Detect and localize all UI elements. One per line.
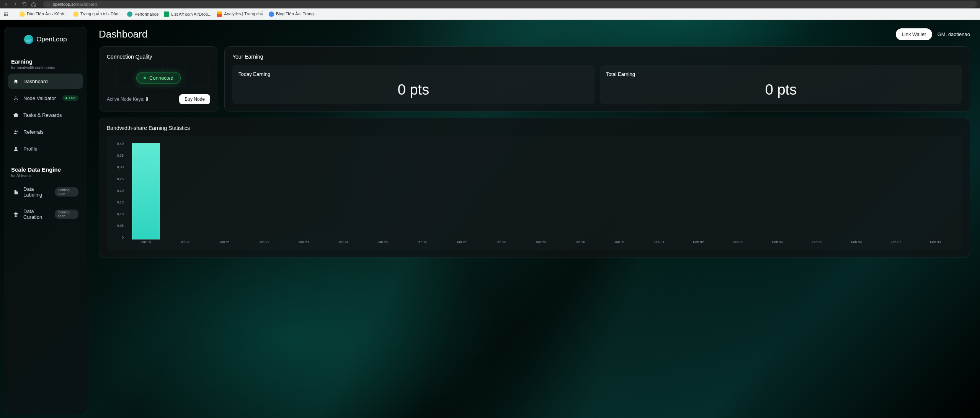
reload-button[interactable]	[21, 1, 28, 7]
sidebar-item-node-validator[interactable]: Node Validator Live	[8, 90, 83, 106]
bookmark-item[interactable]: Blog Tiền Ảo: Trang...	[269, 11, 317, 17]
section-title: Scale Data Engine	[11, 166, 80, 173]
x-tick: Jan 27	[442, 240, 481, 247]
svg-rect-5	[7, 14, 8, 15]
home-button[interactable]	[31, 1, 37, 7]
bookmark-icon	[269, 11, 274, 17]
x-tick: Feb 07	[876, 240, 916, 247]
bandwidth-stats-card: Bandwidth-share Earning Statistics 0,400…	[99, 118, 970, 257]
bookmarks-bar: Đào Tiền Ảo - Kênh...Trang quản trị ‹ Đà…	[0, 8, 980, 20]
y-tick: 0,05	[112, 224, 124, 228]
total-earning-box: Total Earning 0 pts	[600, 65, 962, 104]
bookmark-label: Analytics | Trang chủ	[224, 11, 263, 16]
total-earning-value: 0 pts	[765, 82, 797, 98]
section-subtitle: for bandwidth contributors	[11, 66, 80, 70]
bookmark-label: Trang quản trị ‹ Đào...	[80, 11, 122, 16]
sidebar-item-profile[interactable]: Profile	[8, 141, 83, 156]
back-button[interactable]	[3, 1, 9, 7]
y-tick: 0,30	[112, 165, 124, 169]
bookmark-icon	[20, 11, 25, 17]
bookmark-item[interactable]: Đào Tiền Ảo - Kênh...	[20, 11, 68, 17]
bookmark-label: Blog Tiền Ảo: Trang...	[276, 11, 317, 16]
sidebar-item-data-curation[interactable]: Data Curation Coming soon	[8, 204, 83, 225]
svg-rect-6	[4, 15, 5, 16]
y-tick: 0	[112, 236, 124, 239]
y-tick: 0,10	[112, 212, 124, 216]
gift-icon	[13, 112, 19, 118]
x-tick: Jan 22	[244, 240, 284, 247]
x-tick: Jan 20	[165, 240, 205, 247]
card-title: Connection Quality	[107, 54, 210, 60]
bookmark-item[interactable]: List Aff coin AirDrop...	[164, 11, 211, 17]
users-icon	[13, 129, 19, 135]
logo[interactable]: OpenLoop	[8, 35, 83, 51]
svg-rect-8	[7, 15, 8, 16]
main-content: Dashboard Link Wallet GM, daotienao Conn…	[87, 20, 980, 418]
browser-toolbar: openloop.so/dashboard	[0, 0, 980, 8]
connection-quality-card: Connection Quality Connected Active Node…	[99, 46, 218, 111]
bookmark-icon	[127, 11, 132, 17]
y-tick: 0,40	[112, 142, 124, 146]
bookmark-label: Đào Tiền Ảo - Kênh...	[27, 11, 68, 16]
x-tick: Jan 30	[560, 240, 600, 247]
sidebar: OpenLoop Earning for bandwidth contribut…	[4, 27, 87, 414]
x-tick: Feb 05	[797, 240, 836, 247]
link-wallet-button[interactable]: Link Wallet	[896, 28, 932, 40]
bookmark-label: List Aff coin AirDrop...	[171, 12, 211, 16]
bookmark-item[interactable]: Analytics | Trang chủ	[217, 11, 263, 17]
badge-soon: Coming soon	[55, 210, 78, 219]
sidebar-item-label: Tasks & Rewards	[23, 112, 62, 118]
svg-rect-2	[7, 12, 8, 13]
sidebar-item-dashboard[interactable]: Dashboard	[8, 74, 83, 89]
x-tick: Feb 06	[837, 240, 876, 247]
y-tick: 0,35	[112, 154, 124, 157]
card-title: Bandwidth-share Earning Statistics	[107, 125, 962, 131]
svg-rect-1	[5, 12, 7, 13]
svg-point-14	[15, 147, 17, 149]
svg-point-12	[14, 130, 16, 132]
apps-icon[interactable]	[3, 11, 8, 17]
nodes-icon	[13, 95, 19, 101]
active-node-keys-text: Active Node Keys: 0	[107, 97, 148, 102]
y-tick: 0,20	[112, 189, 124, 193]
x-tick: Jan 25	[363, 240, 402, 247]
site-settings-icon[interactable]	[46, 2, 51, 7]
buy-node-button[interactable]: Buy Node	[179, 94, 210, 104]
earn-label: Today Earning	[238, 71, 588, 77]
earn-label: Total Earning	[606, 71, 956, 77]
card-title: Your Earning	[232, 54, 962, 60]
x-tick: Feb 04	[758, 240, 797, 247]
x-tick: Jan 29	[521, 240, 560, 247]
your-earning-card: Your Earning Today Earning 0 pts Total E…	[224, 46, 970, 111]
sidebar-item-tasks-rewards[interactable]: Tasks & Rewards	[8, 107, 83, 123]
sidebar-item-label: Data Labeling	[23, 186, 50, 198]
bookmark-item[interactable]: Performance	[127, 11, 158, 17]
user-icon	[13, 146, 19, 152]
address-bar[interactable]: openloop.so/dashboard	[43, 1, 977, 8]
svg-rect-0	[4, 12, 5, 13]
svg-rect-7	[5, 15, 7, 16]
y-tick: 0,15	[112, 200, 124, 204]
sidebar-item-label: Node Validator	[23, 95, 56, 101]
sidebar-item-data-labeling[interactable]: Data Labeling Coming soon	[8, 182, 83, 202]
bookmark-icon	[73, 11, 78, 17]
section-earning-head: Earning for bandwidth contributors	[8, 58, 83, 70]
x-tick: Feb 01	[639, 240, 679, 247]
layers-icon	[13, 211, 19, 217]
sidebar-item-label: Data Curation	[23, 208, 50, 220]
tag-icon	[13, 189, 19, 195]
svg-rect-4	[5, 14, 7, 15]
logo-mark-icon	[24, 35, 33, 44]
connection-status-pill: Connected	[136, 72, 181, 84]
forward-button[interactable]	[12, 1, 18, 7]
x-tick: Jan 31	[600, 240, 639, 247]
url-text: openloop.so/dashboard	[53, 2, 97, 7]
x-tick: Jan 26	[402, 240, 442, 247]
x-tick: Feb 02	[679, 240, 718, 247]
greeting-text: GM, daotienao	[938, 31, 970, 37]
sidebar-item-referrals[interactable]: Referrals	[8, 124, 83, 139]
section-title: Earning	[11, 58, 80, 65]
badge-live: Live	[62, 95, 78, 101]
bookmark-item[interactable]: Trang quản trị ‹ Đào...	[73, 11, 122, 17]
bookmark-label: Performance	[134, 12, 158, 16]
